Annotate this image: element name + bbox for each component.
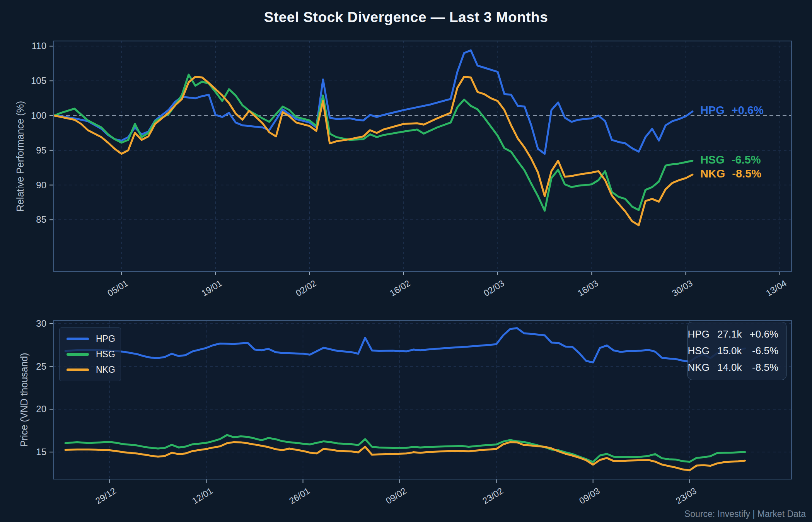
end-label-ticker: HPG (700, 104, 725, 116)
hpg-swatch-icon (67, 338, 89, 340)
info-ticker: HSG (688, 345, 710, 357)
price-info-box: HPG27.1k+0.6%HSG15.0k-6.5%NKG14.0k-8.5% (687, 322, 786, 380)
legend: HPGHSGNKG (59, 328, 121, 381)
relative-plot-area (53, 41, 792, 272)
legend-label: HPG (96, 334, 115, 344)
legend-item-hsg: HSG (67, 349, 114, 360)
hpg-relative-line (55, 50, 693, 154)
info-change: -8.5% (750, 362, 778, 374)
hsg-relative-line (55, 75, 693, 211)
price-x-tick-label: 26/01 (287, 486, 312, 506)
hpg-end-label: HPG+0.6% (700, 104, 764, 117)
relative-x-tick-label: 16/03 (576, 278, 600, 299)
info-change: +0.6% (750, 328, 778, 340)
price-y-tick-label: 20 (15, 404, 46, 415)
info-ticker: HPG (688, 328, 710, 340)
relative-y-tick-label: 90 (15, 180, 46, 191)
price-x-tick-label: 23/03 (674, 486, 698, 506)
relative-y-tick-label: 95 (15, 145, 46, 156)
end-label-change: -8.5% (732, 167, 761, 180)
relative-x-tick-label: 02/03 (482, 278, 506, 299)
price-y-tick-label: 15 (15, 447, 46, 457)
legend-item-nkg: NKG (67, 365, 114, 375)
hsg-end-label: HSG-6.5% (700, 154, 761, 166)
relative-x-tick-label: 02/02 (294, 278, 318, 299)
info-price: 27.1k (717, 328, 742, 340)
price-y-tick-label: 25 (15, 361, 46, 372)
source-credit: Source: Investify | Market Data (684, 509, 806, 519)
end-label-change: +0.6% (732, 104, 764, 116)
nkg-relative-line (55, 77, 693, 225)
relative-tick-marks (49, 46, 780, 275)
relative-x-tick-label: 16/02 (388, 278, 412, 299)
hsg-price-line (65, 435, 745, 462)
price-x-tick-label: 29/12 (94, 486, 118, 506)
figure: Steel Stock Divergence — Last 3 Months R… (0, 0, 812, 522)
relative-y-tick-label: 85 (15, 214, 46, 225)
info-price: 15.0k (717, 345, 742, 357)
end-label-ticker: NKG (700, 167, 725, 180)
relative-spines (53, 41, 792, 271)
relative-x-tick-label: 05/01 (106, 278, 130, 299)
info-price: 14.0k (717, 362, 742, 374)
hpg-price-line (65, 328, 745, 363)
end-label-change: -6.5% (732, 154, 761, 166)
legend-label: HSG (96, 349, 115, 360)
end-label-ticker: HSG (700, 154, 725, 166)
info-ticker: NKG (688, 362, 710, 374)
legend-item-hpg: HPG (67, 334, 114, 344)
relative-gridlines (53, 41, 792, 272)
price-x-tick-label: 09/02 (384, 486, 408, 506)
relative-y-tick-label: 100 (15, 110, 46, 121)
price-x-tick-label: 23/02 (481, 486, 505, 506)
nkg-swatch-icon (67, 368, 89, 371)
legend-label: NKG (96, 365, 115, 375)
relative-y-tick-label: 105 (15, 75, 46, 86)
relative-x-tick-label: 30/03 (670, 278, 694, 299)
hsg-swatch-icon (67, 353, 89, 356)
info-change: -6.5% (750, 345, 778, 357)
price-x-tick-label: 12/01 (191, 486, 215, 506)
price-plot-area (53, 320, 792, 479)
chart-title: Steel Stock Divergence — Last 3 Months (0, 9, 812, 26)
price-x-tick-label: 09/03 (577, 486, 602, 506)
relative-x-tick-label: 13/04 (764, 278, 788, 299)
relative-y-tick-label: 110 (15, 41, 46, 51)
nkg-end-label: NKG-8.5% (700, 167, 761, 180)
relative-x-tick-label: 19/01 (200, 278, 224, 299)
price-y-tick-label: 30 (15, 318, 46, 329)
